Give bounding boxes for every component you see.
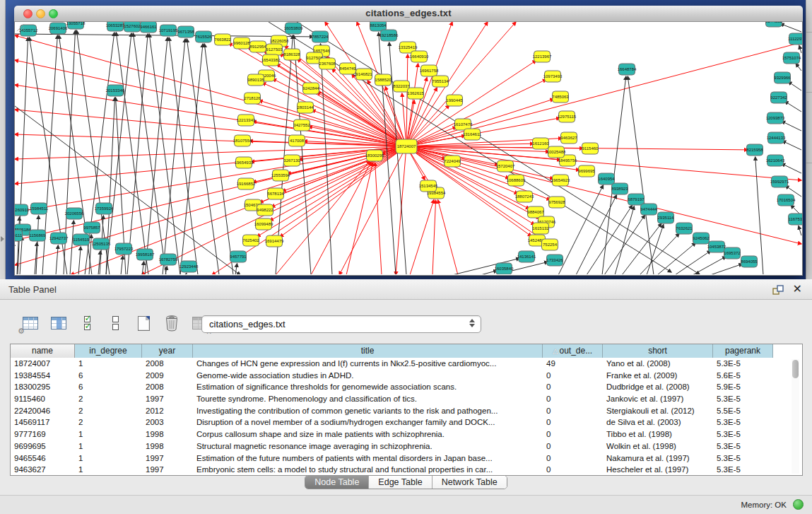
graph-node[interactable]: 1588520: [375, 74, 392, 86]
graph-node[interactable]: 12923448: [180, 261, 199, 272]
graph-node[interactable]: 2803144: [297, 102, 314, 113]
graph-node[interactable]: 16210643: [766, 155, 785, 166]
graph-node[interactable]: 7224049: [444, 156, 461, 167]
select-all-icon[interactable]: [78, 314, 96, 332]
graph-node[interactable]: 12213343: [237, 115, 256, 126]
graph-node[interactable]: 16053809: [284, 23, 303, 34]
graph-edge[interactable]: [438, 200, 458, 274]
graph-node[interactable]: 17016504: [777, 194, 796, 206]
network-canvas[interactable]: 1405571220691406130557181065328715276029…: [14, 22, 803, 276]
graph-node[interactable]: 12975115: [558, 111, 577, 122]
graph-node[interactable]: 15992971: [770, 176, 789, 187]
graph-node[interactable]: 18807243: [515, 191, 534, 202]
table-row[interactable]: 911546021997Tourette syndrome. Phenomeno…: [11, 393, 802, 405]
graph-node[interactable]: 9463627: [560, 132, 577, 144]
graph-node[interactable]: 18300295: [365, 150, 384, 161]
graph-node[interactable]: 6879197: [628, 194, 645, 205]
graph-node[interactable]: 15134545: [419, 180, 438, 192]
graph-node[interactable]: 19654933: [235, 157, 254, 168]
graph-edge[interactable]: [784, 101, 801, 112]
graph-node[interactable]: 9242844: [302, 83, 319, 94]
graph-node[interactable]: 19958187: [136, 249, 155, 260]
graph-node[interactable]: 12093873: [766, 112, 785, 124]
graph-node[interactable]: 9975857: [83, 222, 100, 233]
graph-node[interactable]: 9115460: [582, 143, 599, 154]
graph-node[interactable]: 14136141: [517, 251, 536, 262]
graph-edge[interactable]: [317, 92, 406, 146]
graph-node[interactable]: 7955134: [432, 76, 449, 87]
graph-node[interactable]: 16782759: [159, 254, 178, 265]
column-header-short[interactable]: short: [603, 344, 713, 358]
float-window-icon[interactable]: [772, 284, 784, 296]
graph-node[interactable]: 17359924: [95, 203, 114, 214]
graph-node[interactable]: 8215958: [746, 144, 763, 156]
graph-node[interactable]: 1612160: [532, 138, 549, 149]
graph-node[interactable]: 16543382: [261, 54, 281, 66]
column-header-name[interactable]: name: [11, 344, 75, 358]
table-row[interactable]: 946554611997Estimation of the future num…: [11, 452, 802, 465]
graph-node[interactable]: 11122973: [788, 33, 802, 45]
graph-edge[interactable]: [311, 162, 371, 274]
graph-node[interactable]: 7663822: [214, 34, 231, 45]
graph-edge[interactable]: [406, 64, 418, 146]
graph-node[interactable]: 19166852: [237, 178, 256, 189]
column-header-year[interactable]: year: [142, 344, 193, 358]
graph-edge[interactable]: [628, 76, 654, 274]
graph-node[interactable]: 13055718: [66, 22, 86, 29]
graph-edge[interactable]: [163, 39, 185, 274]
graph-node[interactable]: 12444133: [767, 132, 786, 144]
graph-node[interactable]: 5678134: [267, 188, 284, 199]
graph-node[interactable]: 8938923: [611, 183, 628, 194]
graph-node[interactable]: 9227342: [770, 92, 787, 103]
table-row[interactable]: 1872400712008Changes of HCN gene express…: [11, 358, 802, 370]
graph-node[interactable]: 9671358: [177, 26, 194, 37]
graph-node[interactable]: 9474444: [640, 204, 657, 215]
graph-edge[interactable]: [204, 44, 233, 274]
graph-edge[interactable]: [15, 146, 406, 212]
graph-node[interactable]: 1167533: [789, 214, 803, 225]
graph-node[interactable]: 9245062: [693, 233, 710, 244]
graph-edge[interactable]: [799, 226, 801, 235]
table-row[interactable]: 977716911998Corpus callosum shape and si…: [11, 428, 802, 440]
graph-node[interactable]: 13164611: [463, 129, 482, 140]
graph-node[interactable]: 7625402: [242, 235, 259, 246]
graph-node[interactable]: 9699695: [578, 165, 595, 177]
graph-edge[interactable]: [78, 247, 81, 274]
graph-node[interactable]: 9756928: [548, 197, 565, 208]
graph-node[interactable]: 16648784: [618, 64, 637, 75]
tab-node-table[interactable]: Node Table: [305, 476, 369, 489]
table-row[interactable]: 1938455462009Genome-wide association stu…: [11, 370, 802, 382]
graph-node[interactable]: 8454749: [339, 63, 356, 74]
window-titlebar[interactable]: citations_edges.txt: [14, 6, 803, 22]
column-header-pagerank[interactable]: pagerank: [713, 344, 773, 358]
graph-node[interactable]: 16914479: [265, 235, 284, 247]
graph-node[interactable]: 9466161: [140, 22, 157, 33]
graph-node[interactable]: 1733426: [546, 255, 563, 266]
graph-node[interactable]: 8912954: [249, 41, 266, 52]
graph-edge[interactable]: [406, 146, 801, 244]
graph-node[interactable]: 7632621: [676, 223, 693, 234]
network-graph[interactable]: 1405571220691406130557181065328715276029…: [15, 22, 802, 274]
graph-node[interactable]: 7615526: [195, 31, 212, 42]
vertical-scrollbar[interactable]: [792, 359, 799, 474]
graph-node[interactable]: 20153346: [106, 85, 125, 96]
graph-node[interactable]: 9498222: [257, 204, 273, 216]
close-icon[interactable]: ✕: [793, 282, 802, 296]
graph-node[interactable]: 2367608: [319, 58, 336, 69]
graph-edge[interactable]: [788, 82, 801, 90]
graph-node[interactable]: 1990445: [446, 95, 463, 106]
graph-node[interactable]: 9329966: [774, 72, 791, 83]
graph-edge[interactable]: [20, 237, 22, 274]
graph-node[interactable]: 8186328: [283, 49, 300, 60]
tab-edge-table[interactable]: Edge Table: [369, 476, 432, 489]
graph-edge[interactable]: [710, 264, 743, 274]
graph-edge[interactable]: [133, 33, 166, 274]
graph-edge[interactable]: [782, 121, 801, 131]
graph-edge[interactable]: [282, 146, 406, 192]
graph-node[interactable]: 16035840: [495, 263, 514, 274]
column-header-out-de-[interactable]: △out_de...: [543, 344, 603, 358]
graph-node[interactable]: 9457791: [230, 251, 247, 262]
table-row[interactable]: 1830029562008Estimation of significance …: [11, 381, 802, 393]
graph-node[interactable]: 18724007: [396, 139, 417, 153]
graph-node[interactable]: 20691406: [49, 23, 68, 34]
